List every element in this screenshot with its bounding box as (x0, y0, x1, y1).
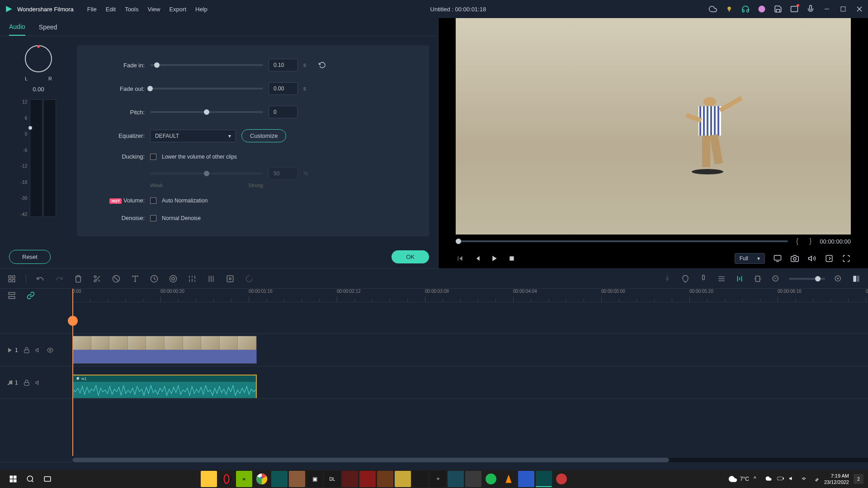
tray-wifi-icon[interactable] (801, 475, 808, 483)
video-track-content[interactable] (72, 334, 868, 366)
save-icon[interactable] (774, 5, 782, 13)
snapshot-icon[interactable] (790, 254, 799, 263)
record-voiceover-icon[interactable] (698, 274, 708, 284)
taskbar-clock[interactable]: 7:19 AM 23/12/2022 (824, 473, 849, 486)
app-icon-12[interactable] (395, 471, 411, 487)
filmora-app-icon[interactable] (536, 471, 552, 487)
mute-icon[interactable] (35, 380, 42, 386)
pan-dial[interactable] (25, 45, 52, 72)
layout-icon[interactable] (7, 274, 17, 284)
crop-icon[interactable] (111, 274, 121, 284)
video-track-icon[interactable]: 1 (7, 347, 18, 353)
stop-button[interactable] (507, 254, 516, 263)
app-icon-8[interactable]: DL (324, 471, 340, 487)
export-frame-icon[interactable] (825, 254, 834, 263)
delete-icon[interactable] (73, 274, 83, 284)
menu-file[interactable]: File (87, 6, 97, 13)
fade-in-input[interactable] (269, 59, 298, 71)
customize-button[interactable]: Customize (241, 129, 286, 142)
menu-tools[interactable]: Tools (125, 6, 138, 13)
search-icon[interactable] (22, 470, 39, 488)
zoom-fit-icon[interactable] (851, 274, 861, 284)
app-icon-11[interactable] (377, 471, 393, 487)
weather-widget[interactable]: 7°C (728, 474, 749, 483)
speed-icon[interactable] (149, 274, 159, 284)
render-icon[interactable] (662, 274, 672, 284)
cloud-icon[interactable] (709, 5, 717, 13)
snap-icon[interactable] (753, 274, 763, 284)
undo-icon[interactable] (35, 274, 45, 284)
app-icon-13[interactable] (412, 471, 429, 487)
split-icon[interactable] (92, 274, 102, 284)
app-icon-16[interactable] (465, 471, 481, 487)
menu-view[interactable]: View (147, 6, 160, 13)
motion-icon[interactable] (244, 274, 254, 284)
scrollbar-thumb[interactable] (72, 458, 669, 462)
mark-in-button[interactable]: { (793, 237, 801, 245)
mixer-icon[interactable] (717, 274, 726, 284)
redo-icon[interactable] (54, 274, 64, 284)
app-icon-14[interactable]: ✦ (430, 471, 446, 487)
link-icon[interactable] (26, 291, 36, 300)
tray-language-icon[interactable] (812, 475, 820, 483)
display-icon[interactable] (773, 254, 782, 263)
start-button[interactable] (5, 470, 22, 488)
keyframe-icon[interactable] (206, 274, 216, 284)
headphones-icon[interactable] (741, 5, 750, 13)
track-manage-icon[interactable] (7, 291, 17, 300)
fade-in-reset-icon[interactable] (318, 61, 327, 70)
lightbulb-icon[interactable] (725, 5, 733, 13)
menu-export[interactable]: Export (169, 6, 186, 13)
zoom-in-icon[interactable] (833, 274, 843, 284)
explorer-app-icon[interactable] (201, 471, 217, 487)
play-button[interactable] (490, 254, 499, 263)
volume-icon[interactable] (807, 254, 816, 263)
close-icon[interactable] (855, 5, 863, 13)
tray-onedrive-icon[interactable] (765, 475, 773, 483)
eye-icon[interactable] (47, 347, 53, 353)
app-icon-21[interactable] (553, 471, 570, 487)
app-icon-6[interactable] (289, 471, 305, 487)
prev-frame-button[interactable] (456, 254, 465, 263)
horizontal-scrollbar[interactable] (72, 458, 868, 462)
fade-in-slider[interactable] (150, 64, 263, 66)
nvidia-app-icon[interactable]: N (236, 471, 252, 487)
color-icon[interactable] (168, 274, 178, 284)
playhead[interactable] (72, 289, 73, 456)
tray-battery-icon[interactable] (777, 475, 784, 483)
tab-audio[interactable]: Audio (9, 19, 25, 36)
ducking-input[interactable] (269, 167, 298, 180)
adjust-icon[interactable] (187, 274, 197, 284)
app-icon-9[interactable] (342, 471, 358, 487)
text-icon[interactable] (130, 274, 140, 284)
app-icon-15[interactable] (448, 471, 464, 487)
fade-out-slider[interactable] (150, 88, 263, 89)
play-reverse-button[interactable] (473, 254, 482, 263)
app-icon-7[interactable]: ▣ (307, 471, 323, 487)
pitch-input[interactable] (269, 106, 298, 118)
video-clip[interactable] (72, 336, 257, 364)
timeline-ruler[interactable]: 0:0000:00:00:2000:00:01:1600:00:02:1200:… (72, 289, 868, 302)
vlc-app-icon[interactable] (500, 471, 517, 487)
ducking-slider[interactable] (150, 173, 263, 174)
maximize-icon[interactable] (839, 5, 847, 13)
app-icon-5[interactable] (271, 471, 288, 487)
volume-checkbox[interactable] (150, 197, 156, 204)
notification-badge[interactable]: 2 (854, 474, 863, 484)
opera-app-icon[interactable] (218, 471, 235, 487)
chrome-app-icon[interactable] (254, 471, 270, 487)
lock-icon[interactable] (24, 347, 30, 353)
preview-video[interactable] (456, 18, 851, 235)
equalizer-select[interactable]: DEFAULT ▾ (150, 130, 236, 142)
audio-track-icon[interactable]: 1 (7, 380, 18, 386)
task-view-icon[interactable] (39, 470, 56, 488)
marker-icon[interactable] (680, 274, 690, 284)
denoise-checkbox[interactable] (150, 215, 156, 221)
mark-out-button[interactable]: } (807, 237, 814, 245)
fullscreen-icon[interactable] (842, 254, 851, 263)
ok-button[interactable]: OK (392, 250, 429, 263)
tray-chevron-icon[interactable]: ^ (754, 475, 761, 483)
spotify-app-icon[interactable] (483, 471, 499, 487)
green-screen-icon[interactable] (225, 274, 235, 284)
zoom-slider[interactable] (789, 278, 825, 280)
